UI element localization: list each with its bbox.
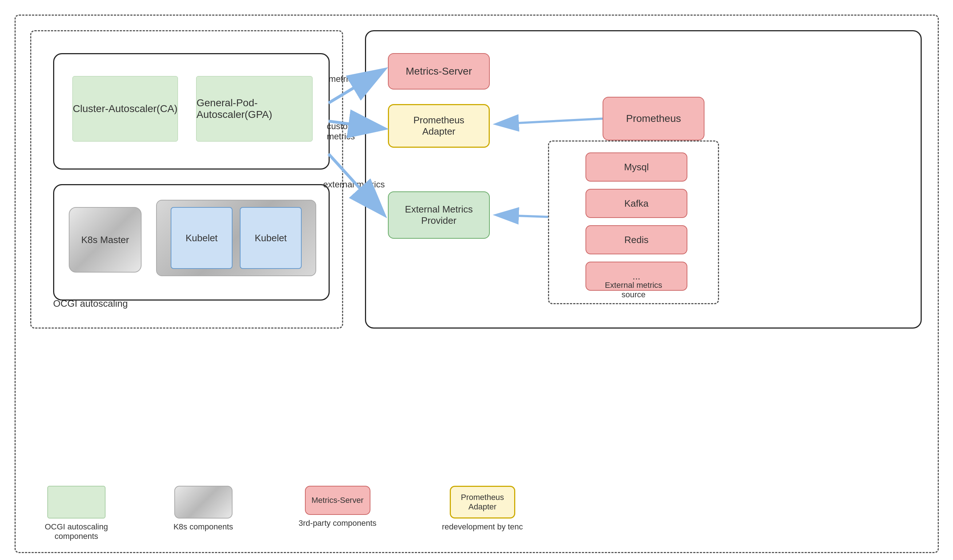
- custom-metrics-arrow-label: custommetrics: [327, 121, 355, 141]
- cluster-autoscaler-label: Cluster-Autoscaler(CA): [73, 103, 178, 115]
- cluster-autoscaler-box: Cluster-Autoscaler(CA): [72, 76, 178, 141]
- right-section: Metrics-Server PrometheusAdapter Prometh…: [365, 30, 922, 329]
- external-metrics-arrow-label: external metrics: [323, 179, 385, 189]
- legend-3rdparty-label: 3rd-party components: [299, 518, 377, 528]
- kafka-box: Kafka: [585, 189, 688, 218]
- legend-prometheus-adapter-label: PrometheusAdapter: [461, 493, 504, 512]
- legend-metrics-server-label: Metrics-Server: [312, 496, 363, 505]
- legend-tenc-label: redevelopment by tenc: [442, 522, 523, 532]
- legend-gray-box: [174, 486, 233, 518]
- kubelet1-box: Kubelet: [171, 207, 233, 269]
- metrics-server-box: Metrics-Server: [388, 53, 490, 90]
- legend-item-k8s: K8s components: [174, 486, 233, 532]
- diagram-wrapper: Cluster-Autoscaler(CA) General-Pod-Autos…: [14, 14, 939, 553]
- redis-label: Redis: [624, 234, 649, 246]
- legend-k8s-label: K8s components: [174, 522, 233, 532]
- kubelet2-box: Kubelet: [240, 207, 302, 269]
- prometheus-adapter-label: PrometheusAdapter: [413, 115, 464, 137]
- mysql-label: Mysql: [624, 161, 649, 173]
- legend-section: OCGI autoscalingcomponents K8s component…: [30, 486, 953, 541]
- k8s-master-label: K8s Master: [81, 234, 129, 246]
- external-dashed-box: Mysql Kafka Redis ... External metricsso…: [548, 140, 719, 304]
- redis-box: Redis: [585, 225, 688, 254]
- metrics-server-label: Metrics-Server: [406, 65, 472, 77]
- external-sources-label: External metricssource: [549, 281, 718, 299]
- ocgi-label: OCGI autoscaling: [53, 298, 128, 309]
- legend-pink-box: Metrics-Server: [305, 486, 371, 515]
- autoscaler-box: Cluster-Autoscaler(CA) General-Pod-Autos…: [53, 53, 330, 169]
- kubelet-container: Kubelet Kubelet: [156, 200, 316, 276]
- gpa-label: General-Pod-Autoscaler(GPA): [197, 97, 312, 121]
- legend-yellow-box: PrometheusAdapter: [450, 486, 515, 518]
- external-metrics-provider-box: External MetricsProvider: [388, 191, 490, 239]
- legend-item-tenc: PrometheusAdapter redevelopment by tenc: [442, 486, 523, 532]
- kubelet2-label: Kubelet: [255, 233, 287, 244]
- left-section: Cluster-Autoscaler(CA) General-Pod-Autos…: [30, 30, 343, 329]
- mysql-box: Mysql: [585, 152, 688, 181]
- k8s-box: K8s Master Kubelet Kubelet: [53, 184, 330, 301]
- gpa-box: General-Pod-Autoscaler(GPA): [196, 76, 313, 141]
- metrics-arrow-label: metrics: [329, 74, 357, 84]
- kafka-label: Kafka: [624, 198, 649, 209]
- prometheus-box: Prometheus: [602, 97, 705, 140]
- kubelet1-label: Kubelet: [186, 233, 217, 244]
- legend-green-box: [47, 486, 106, 518]
- legend-item-ocgi: OCGI autoscalingcomponents: [45, 486, 108, 541]
- svg-line-1: [497, 119, 602, 124]
- k8s-master-box: K8s Master: [69, 207, 141, 273]
- external-metrics-label: External MetricsProvider: [405, 204, 473, 226]
- dots-label: ...: [632, 271, 640, 282]
- prometheus-label: Prometheus: [626, 113, 681, 124]
- legend-ocgi-label: OCGI autoscalingcomponents: [45, 522, 108, 541]
- prometheus-adapter-box: PrometheusAdapter: [388, 104, 490, 148]
- legend-item-3rdparty: Metrics-Server 3rd-party components: [299, 486, 377, 528]
- svg-line-2: [497, 215, 548, 217]
